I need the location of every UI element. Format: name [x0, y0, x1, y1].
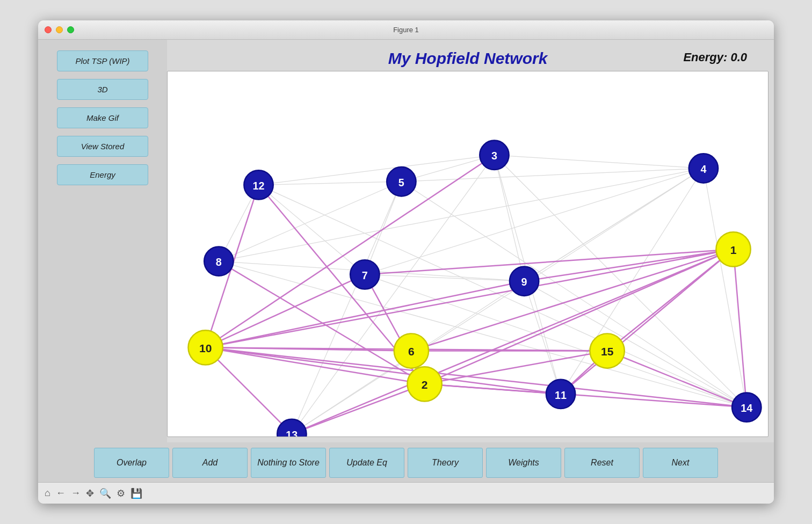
home-icon[interactable]: ⌂ — [45, 487, 50, 499]
svg-line-46 — [206, 281, 524, 348]
move-icon[interactable]: ✥ — [86, 487, 94, 499]
theory-button[interactable]: Theory — [408, 448, 483, 478]
svg-line-23 — [704, 169, 746, 407]
svg-line-3 — [401, 169, 704, 182]
svg-text:15: 15 — [601, 345, 614, 358]
save-icon[interactable]: 💾 — [130, 487, 142, 499]
sidebar-plot-tsp-button[interactable]: Plot TSP (WIP) — [57, 50, 148, 71]
back-icon[interactable]: ← — [56, 487, 66, 499]
overlap-button[interactable]: Overlap — [94, 448, 169, 478]
svg-line-42 — [206, 347, 561, 394]
sidebar-energy-button[interactable]: Energy — [57, 164, 148, 185]
svg-line-0 — [494, 155, 703, 169]
svg-text:7: 7 — [362, 270, 368, 281]
svg-text:8: 8 — [216, 256, 222, 268]
edges-gray — [219, 155, 746, 434]
svg-line-29 — [259, 185, 747, 407]
svg-line-31 — [425, 249, 734, 384]
svg-text:10: 10 — [199, 342, 212, 354]
svg-text:2: 2 — [422, 379, 428, 391]
main-window: Figure 1 Plot TSP (WIP) 3D Make Gif View… — [38, 20, 774, 504]
svg-text:1: 1 — [730, 244, 737, 256]
window-title: Figure 1 — [393, 26, 419, 34]
svg-line-52 — [292, 384, 424, 434]
graph-header: My Hopfield Network Energy: 0.0 — [167, 45, 769, 71]
close-button[interactable] — [45, 26, 52, 33]
network-graph: 3 4 5 8 7 — [168, 71, 768, 436]
svg-line-21 — [292, 169, 704, 434]
search-icon[interactable]: 🔍 — [99, 487, 111, 499]
svg-text:4: 4 — [700, 163, 706, 175]
traffic-lights — [45, 26, 74, 33]
svg-line-37 — [365, 249, 733, 274]
svg-text:6: 6 — [408, 345, 415, 358]
settings-icon[interactable]: ⚙ — [117, 487, 125, 499]
graph-canvas: 3 4 5 8 7 — [167, 71, 769, 437]
sidebar-view-stored-button[interactable]: View Stored — [57, 136, 148, 157]
svg-line-28 — [219, 261, 746, 407]
svg-text:3: 3 — [491, 150, 497, 162]
svg-line-19 — [292, 181, 401, 434]
forward-icon[interactable]: → — [71, 487, 81, 499]
maximize-button[interactable] — [67, 26, 74, 33]
sidebar-make-gif-button[interactable]: Make Gif — [57, 107, 148, 128]
svg-text:12: 12 — [253, 180, 265, 192]
energy-label: Energy: 0.0 — [683, 50, 747, 64]
svg-line-15 — [494, 155, 524, 281]
svg-line-6 — [219, 169, 704, 261]
edges-strong — [206, 155, 747, 434]
add-button[interactable]: Add — [172, 448, 248, 478]
svg-text:5: 5 — [398, 177, 404, 188]
update-eq-button[interactable]: Update Eq — [329, 448, 404, 478]
svg-line-11 — [259, 185, 365, 274]
nothing-to-store-button[interactable]: Nothing to Store — [251, 448, 326, 478]
reset-button[interactable]: Reset — [564, 448, 640, 478]
svg-text:13: 13 — [286, 429, 298, 436]
bottom-toolbar: Overlap Add Nothing to Store Update Eq T… — [38, 442, 774, 482]
titlebar: Figure 1 — [38, 20, 774, 40]
svg-text:9: 9 — [521, 276, 527, 288]
graph-area: My Hopfield Network Energy: 0.0 — [167, 40, 774, 442]
statusbar: ⌂ ← → ✥ 🔍 ⚙ 💾 — [38, 482, 774, 504]
svg-text:14: 14 — [741, 402, 752, 414]
sidebar-3d-button[interactable]: 3D — [57, 79, 148, 100]
weights-button[interactable]: Weights — [486, 448, 561, 478]
svg-line-39 — [206, 347, 425, 384]
svg-line-45 — [206, 274, 365, 347]
svg-line-2 — [259, 155, 495, 185]
svg-text:11: 11 — [555, 389, 567, 401]
next-button[interactable]: Next — [643, 448, 718, 478]
sidebar: Plot TSP (WIP) 3D Make Gif View Stored E… — [38, 40, 167, 442]
svg-line-43 — [206, 347, 292, 434]
svg-line-36 — [734, 249, 747, 407]
minimize-button[interactable] — [56, 26, 63, 33]
graph-title: My Hopfield Network — [388, 49, 548, 68]
svg-line-10 — [365, 274, 524, 281]
main-content: Plot TSP (WIP) 3D Make Gif View Stored E… — [38, 40, 774, 442]
